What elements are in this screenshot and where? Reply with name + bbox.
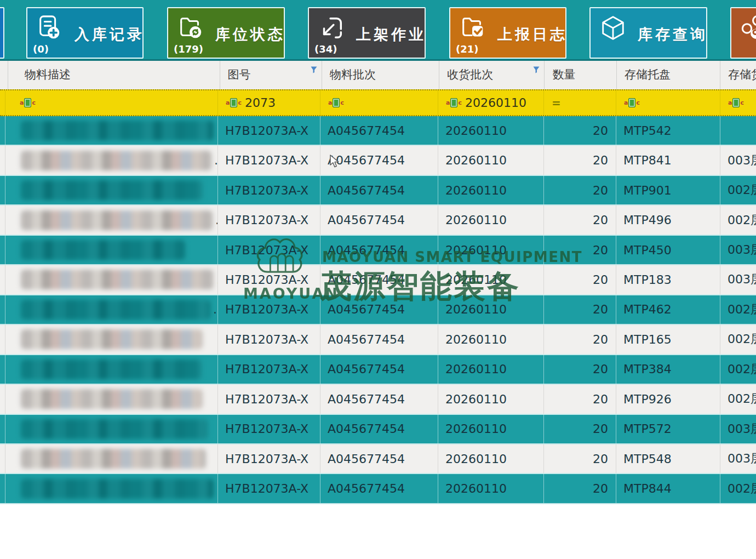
- filter-cell-qty[interactable]: =: [544, 90, 616, 115]
- shelving-jobs-button[interactable]: 上架作业(34): [308, 7, 426, 59]
- report-log-button[interactable]: 上报日志(21): [449, 7, 566, 59]
- folder-sync-icon: [177, 14, 204, 42]
- cube-icon: [599, 14, 627, 42]
- cell-receipt: 20260110: [438, 146, 544, 174]
- cell-drawing: H7B12073A-X: [218, 355, 320, 384]
- cell-desc: .: [5, 295, 218, 324]
- cell-qty: 20: [544, 355, 616, 384]
- filter-value[interactable]: 20260110: [465, 96, 526, 110]
- table-row[interactable]: ..H7B12073A-XA0456774542026011020MTP1830…: [0, 265, 756, 295]
- column-header-receipt[interactable]: 收货批次: [439, 59, 545, 89]
- cell-drawing: H7B12073A-X: [218, 474, 320, 503]
- redacted-description: [21, 479, 214, 499]
- cell-pallet: MTP844: [616, 474, 720, 503]
- table-row[interactable]: ..H7B12073A-XA0456774542026011020MTP542: [0, 116, 756, 146]
- location-status-button[interactable]: 库位状态(179): [167, 7, 285, 59]
- cell-receipt: 20260110: [438, 325, 544, 353]
- filter-funnel-icon[interactable]: [532, 63, 540, 76]
- row-indicator-header: [0, 59, 8, 89]
- cell-pallet: MTP572: [616, 415, 720, 443]
- toolbar-button-count: (21): [456, 43, 479, 55]
- cell-qty: 20: [544, 474, 616, 503]
- table-row[interactable]: H7B12073A-XA0456774542026011020MTP844002…: [0, 474, 756, 504]
- column-header-desc[interactable]: 物料描述: [8, 59, 220, 89]
- cell-receipt: 20260110: [438, 236, 544, 264]
- cell-qty: 20: [544, 116, 616, 145]
- table-row[interactable]: H7B12073A-XA0456774542026011020MTP165002…: [0, 325, 756, 355]
- cell-receipt: 20260110: [438, 474, 544, 503]
- equals-filter-icon: =: [552, 96, 561, 110]
- inbound-records-button[interactable]: 入库记录(0): [26, 7, 144, 59]
- cell-location: 003层: [720, 415, 756, 443]
- toolbar-button-count: (0): [33, 43, 49, 55]
- filter-cell-pallet[interactable]: ac: [616, 90, 720, 115]
- table-header-row: 物料描述图号物料批次收货批次数量存储托盘存储货位: [0, 59, 756, 89]
- cell-location: 002层: [720, 474, 756, 503]
- cell-pallet: MTP496: [616, 206, 720, 234]
- cell-drawing: H7B12073A-X: [218, 176, 320, 204]
- cell-qty: 20: [544, 206, 616, 234]
- row-indicator-cell: [0, 415, 5, 443]
- filter-funnel-icon[interactable]: [310, 63, 318, 76]
- cell-location: 002层: [720, 176, 756, 204]
- row-indicator-cell: [0, 206, 5, 234]
- toolbar-button-count: (179): [174, 43, 203, 55]
- filter-cell-batch[interactable]: ac: [320, 90, 438, 115]
- table-row[interactable]: H7B12073A-XA0456774542026011020MTP450003…: [0, 236, 756, 265]
- cell-batch: A045677454: [320, 146, 438, 174]
- inventory-query-button[interactable]: 库存查询: [589, 7, 707, 59]
- column-header-label: 图号: [228, 68, 251, 81]
- cell-desc: [5, 474, 218, 503]
- partial-left-button[interactable]: [0, 7, 4, 59]
- table-row[interactable]: ..H7B12073A-XA0456774542026011020MTP4960…: [0, 206, 756, 235]
- cell-drawing: H7B12073A-X: [218, 415, 320, 443]
- column-header-drawing[interactable]: 图号: [220, 59, 322, 89]
- desc-ellipsis: .: [213, 303, 217, 316]
- row-indicator-cell: [0, 265, 5, 294]
- redacted-description: [21, 449, 206, 469]
- cell-drawing: H7B12073A-X: [218, 146, 320, 174]
- cell-receipt: 20260110: [438, 116, 544, 145]
- cell-drawing: H7B12073A-X: [218, 265, 320, 294]
- column-header-qty[interactable]: 数量: [545, 59, 617, 89]
- cell-qty: 20: [544, 325, 616, 353]
- column-header-label: 存储货位: [728, 68, 756, 81]
- cell-qty: 20: [544, 176, 616, 204]
- column-header-location[interactable]: 存储货位: [720, 59, 756, 89]
- redacted-description: [21, 121, 214, 140]
- cell-location: 003层: [720, 265, 756, 294]
- column-header-batch[interactable]: 物料批次: [322, 59, 439, 89]
- filter-cell-receipt[interactable]: ac20260110: [438, 90, 544, 115]
- partial-right-button[interactable]: [730, 7, 756, 59]
- filter-cell-drawing[interactable]: ac2073: [218, 90, 320, 115]
- cell-qty: 20: [544, 415, 616, 443]
- cell-batch: A045677454: [320, 265, 438, 294]
- redacted-description: [21, 210, 213, 230]
- cell-drawing: H7B12073A-X: [218, 444, 320, 473]
- column-header-pallet[interactable]: 存储托盘: [617, 59, 720, 89]
- cell-location: 002层: [720, 206, 756, 234]
- table-row[interactable]: H7B12073A-XA0456774542026011020MTP384002…: [0, 355, 756, 385]
- cell-desc: [5, 385, 218, 413]
- table-row[interactable]: H7B12073A-XA0456774542026011020MTP572003…: [0, 415, 756, 444]
- table-row[interactable]: H7B12073A-XA0456774542026011020MTP926002…: [0, 385, 756, 414]
- cell-batch: A045677454: [320, 116, 438, 145]
- row-indicator-cell: [0, 385, 5, 413]
- table-row[interactable]: H7B12073A-XA0456774542026011020MTP548003…: [0, 444, 756, 474]
- cell-desc: ..: [5, 206, 218, 234]
- filter-value[interactable]: 2073: [245, 96, 276, 110]
- column-header-label: 数量: [552, 68, 575, 81]
- filter-cell-location[interactable]: ac: [720, 90, 756, 115]
- filter-cell-desc[interactable]: ac: [5, 90, 218, 115]
- table-row[interactable]: H7B12073A-XA0456774542026011020MTP901002…: [0, 176, 756, 206]
- table-row[interactable]: .H7B12073A-XA0456774542026011020MTP84100…: [0, 146, 756, 175]
- redacted-description: [21, 270, 214, 289]
- cell-pallet: MTP548: [616, 444, 720, 473]
- cell-receipt: 20260110: [438, 295, 544, 324]
- row-indicator-cell: [0, 355, 5, 384]
- redacted-description: [21, 240, 185, 260]
- column-header-label: 存储托盘: [625, 68, 671, 81]
- cell-pallet: MTP183: [616, 265, 720, 294]
- row-indicator-cell: [0, 444, 5, 473]
- table-row[interactable]: .H7B12073A-XA0456774542026011020MTP46200…: [0, 295, 756, 325]
